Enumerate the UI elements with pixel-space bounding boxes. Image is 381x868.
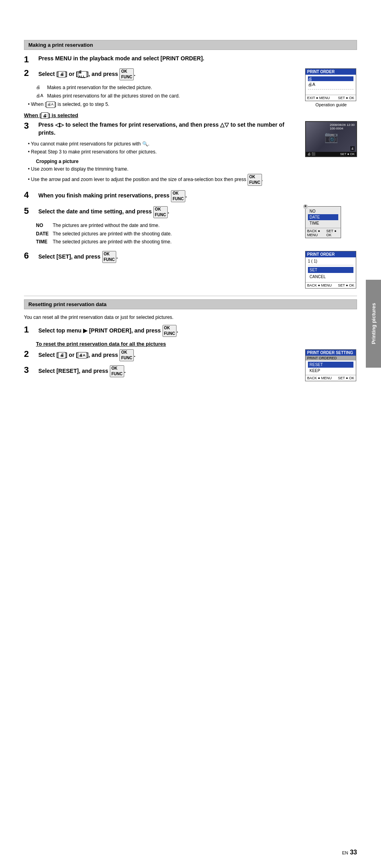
side-tab: Printing pictures xyxy=(366,280,381,368)
reset-step-1-content: Select top menu ▶ [PRINT ORDER], and pre… xyxy=(38,325,357,337)
time-row: TIME The selected pictures are printed w… xyxy=(36,239,301,245)
reset-step-1: 1 Select top menu ▶ [PRINT ORDER], and p… xyxy=(24,325,357,337)
desc-single-print: 🖨 Makes a print reservation for the sele… xyxy=(36,84,301,91)
screen-footer-right: SET ● OK xyxy=(338,96,354,100)
step-2-main: 2 Select [🖨] or [🖨ALL], and press OKFUNC… xyxy=(24,68,301,109)
step-6-row: 6 Select [SET], and press OKFUNC. PRINT … xyxy=(24,251,357,289)
page-number: 33 xyxy=(350,849,357,856)
ok-btn-reset1: OKFUNC xyxy=(163,325,177,337)
main-content: Making a print reservation 1 Press MENU … xyxy=(24,40,357,381)
datetime-screen: NO DATE TIME BACK ● MENU SET ● OK xyxy=(305,206,341,238)
pos-footer-right: SET ● OK xyxy=(338,376,354,380)
ok-btn-reset3: OKFUNC xyxy=(110,365,124,377)
operation-guide-caption: Operation guide xyxy=(305,102,357,107)
screen-title: PRINT ORDER xyxy=(306,69,356,75)
pos-title: PRINT ORDER SETTING xyxy=(306,350,356,356)
step-6-text: Select [SET], and press OKFUNC. xyxy=(38,253,118,260)
reset-step-3: 3 Select [RESET], and press OKFUNC. xyxy=(24,365,301,377)
resetting-intro: You can reset all the print reservation … xyxy=(24,314,357,321)
pos-subtitle: PRINT ORDERED xyxy=(306,356,356,360)
step-6-main: 6 Select [SET], and press OKFUNC. xyxy=(24,251,301,267)
step-3-content: Press ◁▷ to select the frames for print … xyxy=(38,121,301,137)
all-print-icon: 🖨A xyxy=(36,93,47,99)
datetime-footer-left: BACK ● MENU xyxy=(307,229,326,237)
pos2-cancel: CANCEL xyxy=(308,274,353,280)
reset-subsection-title: To reset the print reservation data for … xyxy=(36,341,357,347)
time-desc: The selected pictures are printed with t… xyxy=(53,239,301,245)
step-5-content: Select the date and time setting, and pr… xyxy=(38,206,301,218)
camera-bottom-text: SET ● OK xyxy=(340,152,355,156)
camera-info: 2008/08/26 12:30 100-0004 xyxy=(330,123,355,130)
reset-step-3-number: 3 xyxy=(24,365,36,375)
step-1: 1 Press MENU in the playback mode and se… xyxy=(24,55,357,64)
pos2-footer: BACK ● MENU SET ● OK xyxy=(306,282,356,288)
time-label: TIME xyxy=(36,239,53,245)
step-1-number: 1 xyxy=(24,55,36,64)
ok-btn-step6: OKFUNC xyxy=(102,251,117,263)
pos-body: RESET KEEP xyxy=(306,360,356,375)
ok-crop-btn: OKFUNC xyxy=(248,174,262,186)
step-6-content: Select [SET], and press OKFUNC. xyxy=(38,251,301,263)
step3-bullet1: You cannot make print reservations for p… xyxy=(28,141,301,147)
print-icon-all: 🖨ALL xyxy=(78,71,87,78)
screen-body: 🖨 🖨A xyxy=(306,75,356,95)
step-3-text: Press ◁▷ to select the frames for print … xyxy=(38,121,284,136)
pos2-footer-left: BACK ● MENU xyxy=(307,283,331,287)
page-footer-en: EN xyxy=(342,850,348,855)
step-3-number: 3 xyxy=(24,121,36,131)
camera-icons: 🖨 ⬛ xyxy=(308,152,316,156)
reset-step-3-content: Select [RESET], and press OKFUNC. xyxy=(38,365,301,377)
camera-file: 100-0004 xyxy=(330,127,355,130)
date-label: DATE xyxy=(36,231,53,237)
no-label: NO xyxy=(36,222,53,229)
reset-step-2-main: 2 Select [🖨] or [🖨A], and press OKFUNC. … xyxy=(24,349,301,381)
reset-screen-col: PRINT ORDER SETTING PRINT ORDERED RESET … xyxy=(305,349,357,381)
print-order-setting-screen: PRINT ORDER SETTING PRINT ORDERED RESET … xyxy=(305,349,356,381)
reset-step-2-row: 2 Select [🖨] or [🖨A], and press OKFUNC. … xyxy=(24,349,357,381)
no-row: NO The pictures are printed without the … xyxy=(36,222,301,229)
step-1-content: Press MENU in the playback mode and sele… xyxy=(38,55,357,63)
datetime-date: DATE xyxy=(308,214,338,220)
step-3-main: 3 Press ◁▷ to select the frames for prin… xyxy=(24,121,301,187)
datetime-screen-wrapper: 👁 NO DATE TIME BACK ● MENU SET ● OK xyxy=(305,206,357,238)
step-4-number: 4 xyxy=(24,190,36,200)
single-print-icon: 🖨 xyxy=(36,84,47,90)
reset-print-single: 🖨 xyxy=(58,352,65,358)
step-5-number: 5 xyxy=(24,206,36,216)
camera-count: 4 xyxy=(350,146,355,151)
camera-image-area: 📷 2008/08/26 12:30 100-0004 4 xyxy=(306,122,356,152)
print-order-screen: PRINT ORDER 🖨 🖨A EXIT ● MENU SET ● OK xyxy=(305,68,356,101)
side-tab-text: Printing pictures xyxy=(371,303,377,344)
reset-print-all: 🖨A xyxy=(78,352,87,358)
screen-footer: EXIT ● MENU SET ● OK xyxy=(306,95,356,101)
step-4-content: When you finish making print reservation… xyxy=(38,190,357,202)
step-5-screen: 👁 NO DATE TIME BACK ● MENU SET ● OK xyxy=(305,206,357,238)
print-order-set-screen: PRINT ORDER 1 ( 1) SET CANCEL BACK ● MEN… xyxy=(305,251,356,289)
camera-bottom-bar: 🖨 ⬛ SET ● OK xyxy=(306,152,356,156)
reset-step-2-text: Select [🖨] or [🖨A], and press OKFUNC. xyxy=(38,352,135,358)
pos-reset: RESET xyxy=(308,362,353,368)
reset-step-1-text: Select top menu ▶ [PRINT ORDER], and pre… xyxy=(38,327,178,334)
step-2: 2 Select [🖨] or [🖨ALL], and press OKFUNC… xyxy=(24,68,301,80)
reset-step-2-content: Select [🖨] or [🖨A], and press OKFUNC. xyxy=(38,349,301,361)
print-icon-all-inline: 🖨A xyxy=(46,102,55,108)
making-section-header: Making a print reservation xyxy=(24,40,357,50)
step-1-text: Press MENU in the playback mode and sele… xyxy=(38,55,204,62)
pos2-set: SET xyxy=(308,267,353,273)
step-6-number: 6 xyxy=(24,251,36,261)
pos-footer: BACK ● MENU SET ● OK xyxy=(306,375,356,381)
ok-btn-step5: OKFUNC xyxy=(153,206,168,218)
step-2-number: 2 xyxy=(24,68,36,78)
print-icon-when: 🖨 xyxy=(41,112,48,119)
reset-step-1-number: 1 xyxy=(24,325,36,334)
eye-icon: 👁 xyxy=(303,204,308,209)
step-6: 6 Select [SET], and press OKFUNC. xyxy=(24,251,301,263)
step-4-text: When you finish making print reservation… xyxy=(38,192,187,199)
ok-btn-step2: OKFUNC xyxy=(119,68,134,80)
step-3-row: 3 Press ◁▷ to select the frames for prin… xyxy=(24,121,357,187)
step-3-screen: 📷 2008/08/26 12:30 100-0004 4 🖨 ⬛ SET ● … xyxy=(305,121,357,157)
pos2-footer-right: SET ● OK xyxy=(338,283,354,287)
step2-bullet1: When [🖨A] is selected, go to step 5. xyxy=(28,101,301,108)
screen-footer-left: EXIT ● MENU xyxy=(307,96,330,100)
datetime-footer-right: SET ● OK xyxy=(326,229,339,237)
